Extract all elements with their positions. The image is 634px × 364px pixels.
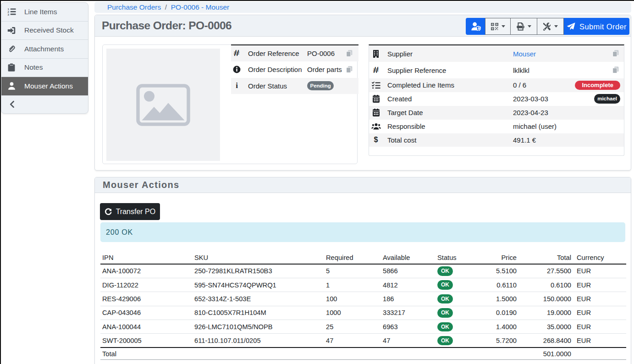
svg-text:3: 3 (7, 13, 9, 16)
